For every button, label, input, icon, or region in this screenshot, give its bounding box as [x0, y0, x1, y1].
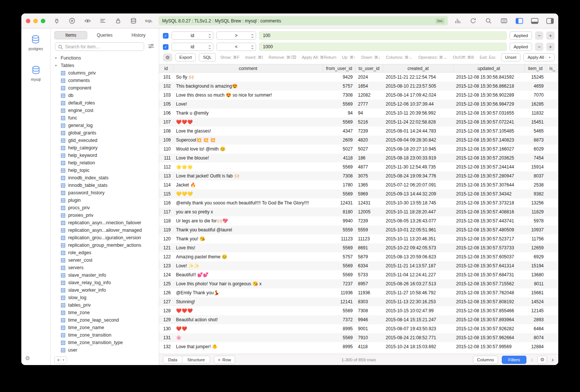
table-cell-item_id[interactable]: 11832 [525, 110, 546, 116]
list-icon[interactable] [99, 17, 107, 25]
next-page-button[interactable]: › [551, 356, 555, 363]
table-cell-created_at[interactable]: 2015-08-01 14:24:44.783 [383, 128, 453, 134]
add-filter-button[interactable]: + [546, 31, 555, 40]
table-cell-created_at[interactable]: 2015-11-21 14:13:57.187 [383, 263, 453, 268]
table-cell-to_user_id[interactable]: 12082 [355, 92, 383, 98]
table-cell-updated_at[interactable]: 2015-12-08 15:30:57.926282 [453, 326, 525, 331]
table-cell-item_id[interactable]: 7070 [525, 92, 546, 98]
table-cell-comment[interactable]: @emily thank you soooo much beautiful!!!… [173, 200, 323, 206]
table-cell-to_user_id[interactable]: 186 [355, 155, 383, 161]
table-cell-comment[interactable]: So fly 🙌🏻 [173, 75, 323, 80]
table-cell-id[interactable]: 123 [159, 263, 173, 268]
table-cell-id[interactable]: 110 [159, 146, 173, 152]
table-cell-item_id[interactable]: 5465 [525, 128, 546, 134]
table-cell-created_at[interactable]: 2015-08-24 19:09:34.776 [383, 173, 453, 179]
table-cell-from_user_id[interactable]: 5569 [323, 308, 355, 313]
table-cell-to_user_id[interactable]: 8691 [355, 245, 383, 250]
table-cell-comment[interactable]: Love this! [173, 245, 323, 250]
refresh-icon[interactable] [469, 17, 477, 25]
table-cell-id[interactable]: 127 [159, 299, 173, 304]
table-cell-item_id[interactable]: 2538 [525, 182, 546, 188]
table-cell-created_at[interactable]: 2015-11-13 22:30:16.253 [383, 299, 453, 304]
table-cell-comment[interactable]: Love! [173, 101, 323, 107]
table-cell-id[interactable]: 102 [159, 83, 173, 89]
sidebar-table-slave_worker_info[interactable]: slave_worker_info [51, 286, 159, 294]
table-cell-comment[interactable]: Stunning! [173, 299, 323, 304]
toggle-right-panel-icon[interactable] [546, 17, 554, 25]
table-cell-item_id[interactable]: 15661 [525, 290, 546, 295]
table-cell-updated_at[interactable]: 2015-12-08 15:30:56.984729 [453, 101, 525, 107]
table-cell-id[interactable]: 108 [159, 128, 173, 134]
sidebar-table-innodb_table_stats[interactable]: innodb_table_stats [51, 182, 159, 189]
table-cell-from_user_id[interactable]: 5757 [323, 83, 355, 89]
table-cell-from_user_id[interactable]: 9429 [323, 75, 355, 80]
table-cell-created_at[interactable]: 2015-09-13 14:44:32.209 [383, 191, 453, 197]
filters-button[interactable]: Filters [502, 356, 526, 364]
table-cell-from_user_id[interactable]: 4347 [323, 128, 355, 134]
table-cell-from_user_id[interactable]: 7308 [323, 92, 355, 98]
table-cell-item_id[interactable]: 12145 [525, 308, 546, 313]
disconnect-icon[interactable] [68, 17, 76, 25]
table-cell-updated_at[interactable]: 2015-12-08 15:30:57.408816 [453, 209, 525, 215]
table-cell-id[interactable]: 109 [159, 137, 173, 143]
table-cell-from_user_id[interactable]: 5027 [323, 146, 355, 152]
filter-operator-select[interactable]: < [216, 43, 256, 51]
table-cell-item_id[interactable]: 6929 [525, 254, 546, 259]
table-cell-id[interactable]: 107 [159, 119, 173, 125]
search-input[interactable] [55, 42, 144, 51]
table-cell-comment[interactable]: you are so pretty x [173, 209, 323, 215]
table-cell-id[interactable]: 103 [159, 92, 173, 98]
table-cell-id[interactable]: 126 [159, 290, 173, 295]
table-cell-comment[interactable]: 🌟🌟🌟 [173, 164, 323, 170]
table-cell-from_user_id[interactable]: 5569 [323, 263, 355, 268]
export-button[interactable]: Export [175, 53, 196, 61]
tab-history[interactable]: History [122, 31, 155, 39]
unset-button[interactable]: Unset [501, 53, 520, 61]
table-cell-to_user_id[interactable]: 3075 [355, 173, 383, 179]
table-cell-to_user_id[interactable]: 12431 [355, 200, 383, 206]
table-cell-from_user_id[interactable]: 12141 [323, 299, 355, 304]
add-row-button[interactable]: + Row [214, 356, 235, 364]
table-cell-from_user_id[interactable]: 1780 [323, 182, 355, 188]
table-cell-comment[interactable]: This background is amazing😍 [173, 83, 323, 89]
sidebar-table-replication_asyn...nnection_failover[interactable]: replication_asyn...nnection_failover [51, 219, 159, 227]
table-cell-id[interactable]: 132 [159, 344, 173, 349]
table-cell-to_user_id[interactable]: 12005 [355, 209, 383, 215]
sidebar-table-role_edges[interactable]: role_edges [51, 249, 159, 256]
table-cell-created_at[interactable]: 2015-11-30 12:54:49.735 [383, 164, 453, 170]
table-cell-to_user_id[interactable]: 7910 [355, 335, 383, 340]
table-cell-from_user_id[interactable]: 94 [323, 110, 355, 116]
connect-icon[interactable] [53, 17, 61, 25]
table-cell-created_at[interactable]: 2015-10-24 18:15:03.692 [383, 344, 453, 349]
table-cell-created_at[interactable]: 2015-08-13 20:59:06.623 [383, 254, 453, 259]
sidebar-table-plugin[interactable]: plugin [51, 197, 159, 204]
lock-icon[interactable] [114, 17, 122, 25]
sidebar-table-default_roles[interactable]: default_roles [51, 99, 159, 107]
add-item-button[interactable]: + [57, 358, 60, 362]
table-cell-item_id[interactable]: 15245 [525, 75, 546, 80]
table-cell-item_id[interactable]: 13256 [525, 200, 546, 206]
sidebar-table-help_topic[interactable]: help_topic [51, 167, 159, 174]
columns-button[interactable]: Columns [473, 356, 498, 364]
table-cell-to_user_id[interactable]: 5969 [355, 191, 383, 197]
add-filter-button[interactable]: + [546, 43, 555, 51]
table-cell-comment[interactable]: ❤️❤️ [173, 326, 323, 331]
table-cell-to_user_id[interactable]: 7239 [355, 218, 383, 224]
table-cell-id[interactable]: 124 [159, 272, 173, 277]
filter-value-input[interactable] [259, 43, 507, 51]
table-cell-to_user_id[interactable]: 1365 [355, 182, 383, 188]
table-cell-item_id[interactable]: 15194 [525, 263, 546, 268]
filter-operator-select[interactable]: > [216, 31, 256, 40]
table-cell-updated_at[interactable]: 2015-12-08 15:30:56.866218 [453, 83, 525, 89]
table-cell-from_user_id[interactable]: 5569 [323, 164, 355, 170]
table-cell-created_at[interactable]: 2015-11-21 22:12:54.754 [383, 75, 453, 80]
table-cell-to_user_id[interactable]: 6334 [355, 263, 383, 268]
table-cell-created_at[interactable]: 2015-09-04 09:28:30.842 [383, 137, 453, 143]
sidebar-table-procs_priv[interactable]: procs_priv [51, 204, 159, 212]
connection-title[interactable]: MySQL 8.0.27 : TLSv1.2 : MySQL Brew : my… [159, 16, 448, 25]
database-icon[interactable] [130, 17, 137, 25]
table-cell-created_at[interactable]: 2015-08-26 16:03:27.513 [383, 281, 453, 286]
table-cell-item_id[interactable]: 13680 [525, 272, 546, 277]
column-header-is_[interactable]: is_ [546, 64, 558, 72]
column-header-from_user_id[interactable]: from_user_id [323, 64, 355, 72]
